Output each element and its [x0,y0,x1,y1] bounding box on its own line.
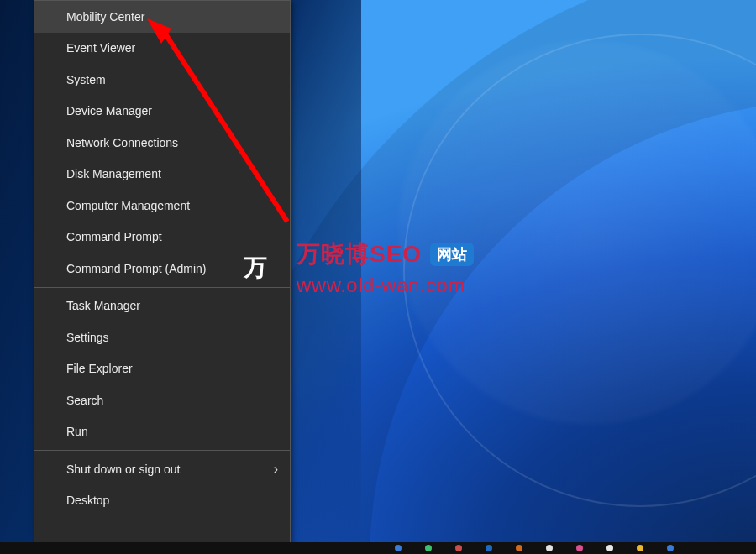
watermark-logo-icon: 万 [223,235,288,301]
menu-item-label: File Explorer [66,362,133,375]
desktop-wallpaper: Mobility CenterEvent ViewerSystemDevice … [0,0,756,554]
menu-item-label: Task Manager [66,299,140,312]
watermark-badge: 网站 [430,243,474,266]
watermark-title: 万晓博SEO [297,238,422,270]
menu-item-label: Settings [66,331,109,344]
menu-item-computer-management[interactable]: Computer Management [34,190,290,222]
taskbar-icon[interactable] [516,545,522,551]
taskbar-icon[interactable] [486,545,492,551]
menu-item-label: Command Prompt (Admin) [66,262,207,275]
watermark-url: www.old-wan.com [297,274,474,297]
taskbar-icon[interactable] [667,545,674,551]
taskbar-icon[interactable] [425,545,432,551]
menu-item-event-viewer[interactable]: Event Viewer [34,33,290,65]
taskbar-icon[interactable] [395,545,402,551]
menu-item-label: Disk Management [66,167,161,180]
menu-item-mobility-center[interactable]: Mobility Center [34,1,290,33]
menu-item-search[interactable]: Search [34,384,290,416]
taskbar-icon[interactable] [455,545,462,551]
menu-item-label: Device Manager [66,104,152,118]
menu-item-desktop[interactable]: Desktop [34,485,290,517]
taskbar-icon[interactable] [546,545,553,551]
menu-item-label: Network Connections [66,136,178,149]
menu-item-settings[interactable]: Settings [34,321,290,353]
menu-item-label: Run [66,425,88,438]
taskbar-icon[interactable] [637,545,643,551]
menu-item-label: System [66,73,106,86]
menu-item-label: Search [66,394,103,407]
menu-item-label: Computer Management [66,199,190,212]
menu-item-label: Shut down or sign out [66,463,180,476]
chevron-right-icon: › [274,462,278,477]
watermark: 万 万晓博SEO 网站 www.old-wan.com [223,235,474,301]
menu-item-shut-down-sign-out[interactable]: Shut down or sign out› [34,453,290,485]
menu-separator [34,450,290,451]
menu-item-label: Desktop [66,494,109,507]
taskbar-icon[interactable] [576,545,583,551]
menu-item-system[interactable]: System [34,64,290,96]
taskbar[interactable] [0,542,756,554]
menu-item-label: Mobility Center [66,10,144,24]
menu-item-file-explorer[interactable]: File Explorer [34,353,290,385]
taskbar-icon[interactable] [606,545,613,551]
menu-item-network-connections[interactable]: Network Connections [34,127,290,159]
menu-item-device-manager[interactable]: Device Manager [34,96,290,128]
menu-item-label: Event Viewer [66,41,135,55]
menu-item-label: Command Prompt [66,230,162,243]
menu-item-run[interactable]: Run [34,416,290,448]
menu-item-disk-management[interactable]: Disk Management [34,159,290,191]
